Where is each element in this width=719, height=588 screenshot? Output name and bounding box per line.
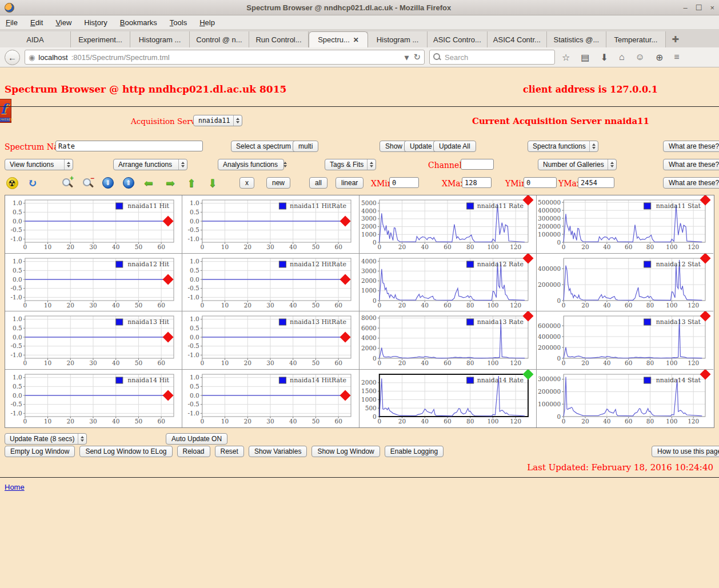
reload-icon[interactable]: ↻	[413, 52, 421, 62]
url-bar[interactable]: ◉ localhost :8015/Spectrum/Spectrum.tml …	[25, 50, 425, 65]
view-functions-select[interactable]: View functions	[5, 159, 73, 170]
reload-button[interactable]: Reload	[177, 446, 210, 457]
spectrum-plot-nnaida13-hit[interactable]: 01020304050601.00.50.0-0.5-1.0nnaida13 H…	[5, 311, 182, 370]
what-are-these-button-2[interactable]: What are these?	[663, 159, 719, 170]
update-rate-select[interactable]: Update Rate (8 secs)	[5, 433, 87, 445]
tab-statistics-[interactable]: Statistics @...	[547, 31, 606, 47]
radiation-icon[interactable]: ☢	[6, 177, 18, 189]
close-icon[interactable]: ×	[710, 3, 714, 12]
xmax-input[interactable]	[462, 177, 492, 188]
update-all-button[interactable]: Update All	[433, 141, 476, 152]
x-button[interactable]: x	[239, 177, 254, 189]
legend-swatch	[116, 203, 123, 209]
bookmark-star-icon[interactable]: ☆	[562, 52, 570, 63]
zoom-out-icon[interactable]: −	[81, 177, 94, 189]
downloads-icon[interactable]: ⬇	[600, 52, 608, 63]
tab-control-n-[interactable]: Control @ n...	[190, 31, 249, 47]
tab-run-control-[interactable]: Run Control...	[249, 31, 309, 47]
arrange-functions-select[interactable]: Arrange functions	[113, 159, 187, 170]
menu-history[interactable]: History	[84, 18, 107, 27]
search-input[interactable]: Search	[429, 50, 555, 65]
tags-fits-select[interactable]: Tags & Fits	[325, 159, 376, 170]
globe-services-icon[interactable]: ⊕	[656, 52, 663, 63]
spectra-functions-select[interactable]: Spectra functions	[528, 141, 598, 152]
acquisition-server-select[interactable]: nnaida11	[193, 115, 242, 126]
menu-tools[interactable]: Tools	[170, 18, 187, 27]
svg-text:0.0: 0.0	[13, 275, 22, 282]
svg-text:40: 40	[603, 302, 610, 309]
tab-histogram-[interactable]: Histogram ...	[130, 31, 190, 47]
tab-spectru-[interactable]: Spectru...✕	[309, 31, 368, 47]
menu-file[interactable]: File	[6, 18, 18, 27]
auto-update-button[interactable]: Auto Update ON	[166, 433, 227, 445]
ymin-input[interactable]	[524, 177, 557, 188]
tab-aida[interactable]: AIDA	[0, 31, 71, 47]
spectrum-plot-nnaida11-hitrate[interactable]: 01020304050601.00.50.0-0.5-1.0nnaida11 H…	[182, 195, 360, 254]
reset-button[interactable]: Reset	[215, 446, 244, 457]
how-to-use-button[interactable]: How to use this page	[652, 446, 719, 457]
refresh-icon[interactable]: ↻	[26, 177, 39, 189]
spectrum-plot-nnaida11-stat[interactable]: 0204060801001200100000200000300000400000…	[537, 195, 713, 254]
tab-temperatur-[interactable]: Temperatur...	[606, 31, 666, 47]
hamburger-menu-icon[interactable]: ≡	[674, 52, 679, 62]
svg-text:1000: 1000	[361, 395, 377, 402]
home-link[interactable]: Home	[5, 483, 25, 491]
what-are-these-button-3[interactable]: What are these?	[663, 177, 719, 189]
spectrum-plot-nnaida14-hitrate[interactable]: 01020304050601.00.50.0-0.5-1.0nnaida14 H…	[182, 370, 360, 428]
what-are-these-button-1[interactable]: What are these?	[663, 141, 719, 152]
spectrum-plot-nnaida13-hitrate[interactable]: 01020304050601.00.50.0-0.5-1.0nnaida13 H…	[182, 311, 360, 370]
multi-button[interactable]: multi	[293, 141, 318, 152]
show-variables-button[interactable]: Show Variables	[249, 446, 307, 457]
pan-right-icon[interactable]: ➡	[164, 177, 177, 189]
svg-text:200000: 200000	[538, 223, 561, 230]
tab-close-icon[interactable]: ✕	[353, 36, 359, 44]
spectrum-plot-nnaida14-rate[interactable]: 0204060801001200500100015002000nnaida14 …	[360, 370, 537, 428]
number-of-galleries-select[interactable]: Number of Galleries	[538, 159, 617, 170]
spectrum-plot-nnaida14-stat[interactable]: 0204060801001200100000200000300000nnaida…	[537, 370, 713, 428]
spectrum-name-input[interactable]	[55, 141, 203, 151]
channel-input[interactable]	[461, 159, 494, 170]
menu-help[interactable]: Help	[199, 18, 215, 27]
spectrum-plot-nnaida11-hit[interactable]: 01020304050601.00.50.0-0.5-1.0nnaida11 H…	[5, 195, 182, 254]
scale-up-icon[interactable]: ⇑	[122, 177, 135, 189]
update-button[interactable]: Update	[404, 141, 438, 152]
tab-asic4-contr-[interactable]: ASIC4 Contr...	[488, 31, 547, 47]
all-button[interactable]: all	[309, 177, 327, 189]
send-log-window-to-elog-button[interactable]: Send Log Window to ELog	[79, 446, 172, 457]
new-button[interactable]: new	[266, 177, 290, 189]
pan-down-icon[interactable]: ⬇	[206, 177, 219, 189]
spectrum-plot-nnaida12-hit[interactable]: 01020304050601.00.50.0-0.5-1.0nnaida12 H…	[5, 254, 182, 312]
scale-down-icon[interactable]: ⇓	[102, 177, 114, 189]
linear-button[interactable]: linear	[335, 177, 364, 189]
show-log-window-button[interactable]: Show Log Window	[311, 446, 380, 457]
pan-up-icon[interactable]: ⬆	[185, 177, 198, 189]
menu-bookmarks[interactable]: Bookmarks	[120, 18, 157, 27]
spectrum-plot-nnaida12-hitrate[interactable]: 01020304050601.00.50.0-0.5-1.0nnaida12 H…	[182, 254, 360, 312]
maximize-icon[interactable]: ☐	[696, 3, 702, 12]
spectrum-plot-nnaida13-stat[interactable]: 0204060801001200200000400000600000nnaida…	[537, 311, 713, 370]
back-button[interactable]: ←	[5, 50, 20, 65]
pocket-icon[interactable]: ▤	[581, 52, 589, 63]
tab-asic-contro-[interactable]: ASIC Contro...	[428, 31, 488, 47]
ymax-input[interactable]	[578, 177, 614, 188]
spectrum-plot-nnaida12-stat[interactable]: 0204060801001200200000400000nnaida12 Sta…	[537, 254, 713, 312]
spectrum-plot-nnaida11-rate[interactable]: 020406080100120010002000300040005000nnai…	[360, 195, 537, 254]
spectrum-plot-nnaida13-rate[interactable]: 02040608010012002000400060008000nnaida13…	[360, 311, 537, 370]
url-dropdown-icon[interactable]: ▾	[404, 52, 409, 63]
spectrum-plot-nnaida12-rate[interactable]: 02040608010012001000200030004000nnaida12…	[360, 254, 537, 312]
tab-histogram-[interactable]: Histogram ...	[368, 31, 428, 47]
menu-view[interactable]: View	[55, 18, 71, 27]
hello-smiley-icon[interactable]: ☺	[636, 52, 645, 62]
new-tab-button[interactable]: ✚	[666, 31, 685, 47]
minimize-icon[interactable]: –	[684, 3, 688, 12]
enable-logging-button[interactable]: Enable Logging	[385, 446, 444, 457]
spectrum-plot-nnaida14-hit[interactable]: 01020304050601.00.50.0-0.5-1.0nnaida14 H…	[5, 370, 182, 428]
xmin-input[interactable]	[389, 177, 419, 188]
home-icon[interactable]: ⌂	[619, 52, 625, 62]
zoom-in-icon[interactable]: +	[61, 177, 73, 189]
pan-left-icon[interactable]: ⬅	[142, 177, 155, 189]
menu-edit[interactable]: Edit	[30, 18, 43, 27]
analysis-functions-select[interactable]: Analysis functions	[218, 159, 284, 170]
empty-log-window-button[interactable]: Empty Log Window	[5, 446, 75, 457]
tab-experiment-[interactable]: Experiment...	[71, 31, 130, 47]
